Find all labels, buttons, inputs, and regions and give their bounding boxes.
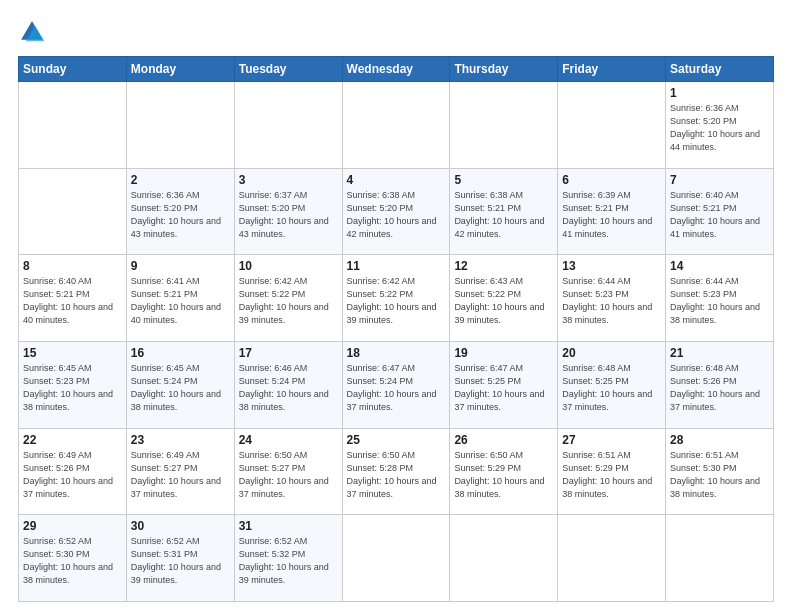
calendar-cell: 26Sunrise: 6:50 AMSunset: 5:29 PMDayligh… <box>450 428 558 515</box>
calendar-cell: 24Sunrise: 6:50 AMSunset: 5:27 PMDayligh… <box>234 428 342 515</box>
calendar-day-header: Wednesday <box>342 57 450 82</box>
calendar-week-row: 15Sunrise: 6:45 AMSunset: 5:23 PMDayligh… <box>19 341 774 428</box>
calendar-cell-empty <box>234 82 342 169</box>
calendar-cell: 15Sunrise: 6:45 AMSunset: 5:23 PMDayligh… <box>19 341 127 428</box>
calendar-cell: 4Sunrise: 6:38 AMSunset: 5:20 PMDaylight… <box>342 168 450 255</box>
calendar-cell: 22Sunrise: 6:49 AMSunset: 5:26 PMDayligh… <box>19 428 127 515</box>
calendar-header-row: SundayMondayTuesdayWednesdayThursdayFrid… <box>19 57 774 82</box>
calendar-cell: 9Sunrise: 6:41 AMSunset: 5:21 PMDaylight… <box>126 255 234 342</box>
calendar-week-row: 22Sunrise: 6:49 AMSunset: 5:26 PMDayligh… <box>19 428 774 515</box>
calendar-week-row: 2Sunrise: 6:36 AMSunset: 5:20 PMDaylight… <box>19 168 774 255</box>
calendar-cell: 29Sunrise: 6:52 AMSunset: 5:30 PMDayligh… <box>19 515 127 602</box>
calendar-cell: 16Sunrise: 6:45 AMSunset: 5:24 PMDayligh… <box>126 341 234 428</box>
calendar-week-row: 1Sunrise: 6:36 AMSunset: 5:20 PMDaylight… <box>19 82 774 169</box>
calendar-week-row: 8Sunrise: 6:40 AMSunset: 5:21 PMDaylight… <box>19 255 774 342</box>
calendar-cell-empty <box>558 515 666 602</box>
calendar-cell-empty <box>19 168 127 255</box>
calendar-cell: 18Sunrise: 6:47 AMSunset: 5:24 PMDayligh… <box>342 341 450 428</box>
calendar-cell: 28Sunrise: 6:51 AMSunset: 5:30 PMDayligh… <box>666 428 774 515</box>
logo-icon <box>18 18 46 46</box>
calendar-cell: 31Sunrise: 6:52 AMSunset: 5:32 PMDayligh… <box>234 515 342 602</box>
calendar-cell: 1Sunrise: 6:36 AMSunset: 5:20 PMDaylight… <box>666 82 774 169</box>
header <box>18 18 774 46</box>
calendar-cell: 23Sunrise: 6:49 AMSunset: 5:27 PMDayligh… <box>126 428 234 515</box>
calendar-cell-empty <box>558 82 666 169</box>
calendar-table: SundayMondayTuesdayWednesdayThursdayFrid… <box>18 56 774 602</box>
calendar-day-header: Monday <box>126 57 234 82</box>
calendar-cell: 19Sunrise: 6:47 AMSunset: 5:25 PMDayligh… <box>450 341 558 428</box>
calendar-cell: 20Sunrise: 6:48 AMSunset: 5:25 PMDayligh… <box>558 341 666 428</box>
calendar-cell: 8Sunrise: 6:40 AMSunset: 5:21 PMDaylight… <box>19 255 127 342</box>
calendar-cell: 3Sunrise: 6:37 AMSunset: 5:20 PMDaylight… <box>234 168 342 255</box>
calendar-cell: 7Sunrise: 6:40 AMSunset: 5:21 PMDaylight… <box>666 168 774 255</box>
calendar-day-header: Sunday <box>19 57 127 82</box>
calendar-cell-empty <box>342 82 450 169</box>
calendar-week-row: 29Sunrise: 6:52 AMSunset: 5:30 PMDayligh… <box>19 515 774 602</box>
page: SundayMondayTuesdayWednesdayThursdayFrid… <box>0 0 792 612</box>
calendar-cell: 11Sunrise: 6:42 AMSunset: 5:22 PMDayligh… <box>342 255 450 342</box>
calendar-cell-empty <box>126 82 234 169</box>
calendar-day-header: Friday <box>558 57 666 82</box>
calendar-cell-empty <box>19 82 127 169</box>
calendar-cell: 5Sunrise: 6:38 AMSunset: 5:21 PMDaylight… <box>450 168 558 255</box>
calendar-cell: 27Sunrise: 6:51 AMSunset: 5:29 PMDayligh… <box>558 428 666 515</box>
calendar-day-header: Thursday <box>450 57 558 82</box>
calendar-cell: 21Sunrise: 6:48 AMSunset: 5:26 PMDayligh… <box>666 341 774 428</box>
calendar-cell-empty <box>342 515 450 602</box>
calendar-cell-empty <box>666 515 774 602</box>
calendar-day-header: Tuesday <box>234 57 342 82</box>
logo <box>18 18 50 46</box>
calendar-cell: 17Sunrise: 6:46 AMSunset: 5:24 PMDayligh… <box>234 341 342 428</box>
calendar-cell-empty <box>450 82 558 169</box>
calendar-cell: 13Sunrise: 6:44 AMSunset: 5:23 PMDayligh… <box>558 255 666 342</box>
calendar-cell: 2Sunrise: 6:36 AMSunset: 5:20 PMDaylight… <box>126 168 234 255</box>
calendar-day-header: Saturday <box>666 57 774 82</box>
calendar-cell: 25Sunrise: 6:50 AMSunset: 5:28 PMDayligh… <box>342 428 450 515</box>
calendar-cell: 30Sunrise: 6:52 AMSunset: 5:31 PMDayligh… <box>126 515 234 602</box>
calendar-cell: 10Sunrise: 6:42 AMSunset: 5:22 PMDayligh… <box>234 255 342 342</box>
calendar-cell: 14Sunrise: 6:44 AMSunset: 5:23 PMDayligh… <box>666 255 774 342</box>
calendar-cell: 12Sunrise: 6:43 AMSunset: 5:22 PMDayligh… <box>450 255 558 342</box>
calendar-cell: 6Sunrise: 6:39 AMSunset: 5:21 PMDaylight… <box>558 168 666 255</box>
calendar-cell-empty <box>450 515 558 602</box>
